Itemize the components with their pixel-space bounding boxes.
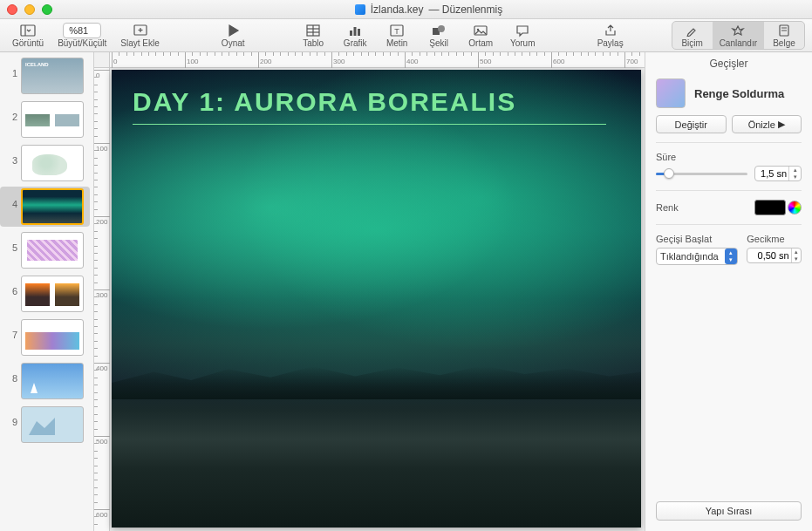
slide-title-underline bbox=[133, 124, 606, 125]
duration-slider[interactable] bbox=[656, 173, 747, 175]
build-order-button[interactable]: Yapı Sırası bbox=[656, 501, 802, 521]
preview-transition-button[interactable]: Önizle▶ bbox=[732, 115, 802, 133]
horizontal-ruler: 0100200300400500600700 bbox=[110, 52, 645, 68]
play-small-icon: ▶ bbox=[778, 119, 785, 130]
document-icon bbox=[777, 24, 791, 38]
document-status: — Düzenlenmiş bbox=[428, 3, 502, 16]
share-icon bbox=[603, 24, 618, 37]
slide-thumb-8[interactable]: 8 bbox=[0, 361, 90, 401]
add-slide-button[interactable]: Slayt Ekle bbox=[115, 20, 164, 51]
start-transition-label: Geçişi Başlat bbox=[656, 234, 738, 244]
transition-name: Renge Soldurma bbox=[694, 87, 784, 100]
document-filename: İzlanda.key bbox=[371, 3, 424, 16]
animate-icon bbox=[731, 24, 745, 38]
duration-stepper[interactable]: ▴▾ bbox=[754, 166, 802, 181]
stepper-up-icon[interactable]: ▴ bbox=[792, 248, 801, 255]
zoom-select[interactable]: %81 bbox=[63, 23, 101, 38]
change-transition-button[interactable]: Değiştir bbox=[656, 115, 727, 133]
zoom-button[interactable]: %81 Büyüt/Küçült bbox=[52, 20, 112, 51]
document-icon bbox=[355, 4, 365, 15]
text-button[interactable]: T Metin bbox=[378, 20, 416, 51]
window-minimize-button[interactable] bbox=[24, 4, 35, 15]
slide-thumb-6[interactable]: 6 bbox=[0, 274, 90, 314]
svg-rect-11 bbox=[358, 29, 360, 36]
window-maximize-button[interactable] bbox=[42, 4, 52, 15]
toolbar: Görüntü %81 Büyüt/Küçült Slayt Ekle Oyna… bbox=[0, 19, 812, 52]
brush-icon bbox=[686, 24, 699, 38]
inspector-panel: Geçişler Renge Soldurma Değiştir Önizle▶… bbox=[645, 52, 812, 531]
chart-button[interactable]: Grafik bbox=[336, 20, 374, 51]
svg-rect-9 bbox=[350, 31, 352, 36]
format-tab[interactable]: Biçim bbox=[672, 22, 713, 49]
color-wheel-icon[interactable] bbox=[788, 201, 802, 214]
stepper-down-icon[interactable]: ▾ bbox=[789, 174, 801, 180]
transition-preview-swatch bbox=[656, 78, 686, 108]
slide-thumb-9[interactable]: 9 bbox=[0, 405, 90, 445]
slide-navigator[interactable]: 1 2 3 4 5 6 7 8 9 bbox=[0, 52, 94, 531]
slide-background bbox=[112, 70, 641, 528]
duration-slider-thumb[interactable] bbox=[664, 168, 674, 179]
shape-button[interactable]: Şekil bbox=[420, 20, 458, 51]
slide-thumb-3[interactable]: 3 bbox=[0, 143, 90, 183]
slide-canvas[interactable]: DAY 1: AURORA BOREALIS bbox=[112, 70, 641, 528]
start-transition-select[interactable]: Tıklandığında ▴▾ bbox=[656, 248, 738, 265]
color-swatch[interactable] bbox=[754, 200, 786, 215]
view-button[interactable]: Görüntü bbox=[7, 20, 49, 51]
select-arrows-icon: ▴▾ bbox=[725, 248, 737, 264]
canvas-area: 0100200300400500600700 01002003004005006… bbox=[94, 52, 645, 531]
media-icon bbox=[473, 24, 488, 37]
slide-thumb-5[interactable]: 5 bbox=[0, 230, 90, 270]
table-button[interactable]: Tablo bbox=[294, 20, 332, 51]
chart-icon bbox=[347, 24, 363, 37]
slide-title-text[interactable]: DAY 1: AURORA BOREALIS bbox=[133, 87, 516, 117]
document-tab[interactable]: Belge bbox=[764, 22, 804, 49]
slide-thumb-7[interactable]: 7 bbox=[0, 317, 90, 357]
media-button[interactable]: Ortam bbox=[461, 20, 500, 51]
animate-tab[interactable]: Canlandır bbox=[713, 22, 764, 49]
ruler-corner bbox=[94, 52, 110, 68]
plus-icon bbox=[133, 24, 148, 37]
stepper-down-icon[interactable]: ▾ bbox=[792, 255, 801, 262]
play-icon bbox=[225, 24, 241, 37]
shape-icon bbox=[431, 24, 447, 37]
window-close-button[interactable] bbox=[7, 4, 17, 15]
svg-text:T: T bbox=[394, 27, 399, 36]
duration-input[interactable] bbox=[755, 167, 788, 180]
delay-stepper[interactable]: ▴▾ bbox=[747, 248, 802, 263]
share-button[interactable]: Paylaş bbox=[591, 20, 630, 51]
play-button[interactable]: Oynat bbox=[214, 20, 252, 51]
duration-label: Süre bbox=[656, 152, 802, 162]
text-icon: T bbox=[389, 24, 405, 37]
slide-thumb-4[interactable]: 4 bbox=[0, 187, 90, 227]
inspector-tabs: Biçim Canlandır Belge bbox=[672, 21, 805, 50]
view-icon bbox=[20, 24, 36, 37]
svg-point-15 bbox=[438, 25, 445, 32]
vertical-ruler: 0100200300400500600 bbox=[94, 68, 110, 531]
delay-label: Gecikme bbox=[747, 234, 802, 244]
delay-input[interactable] bbox=[747, 248, 790, 262]
window-titlebar: İzlanda.key — Düzenlenmiş bbox=[0, 0, 812, 19]
slide-thumb-2[interactable]: 2 bbox=[0, 99, 90, 140]
inspector-header: Geçişler bbox=[645, 52, 812, 73]
comment-icon bbox=[515, 24, 530, 37]
svg-rect-10 bbox=[354, 27, 357, 36]
table-icon bbox=[305, 24, 321, 37]
stepper-up-icon[interactable]: ▴ bbox=[789, 167, 801, 174]
color-label: Renk bbox=[656, 202, 679, 213]
slide-thumb-1[interactable]: 1 bbox=[0, 56, 90, 96]
comment-button[interactable]: Yorum bbox=[503, 20, 542, 51]
